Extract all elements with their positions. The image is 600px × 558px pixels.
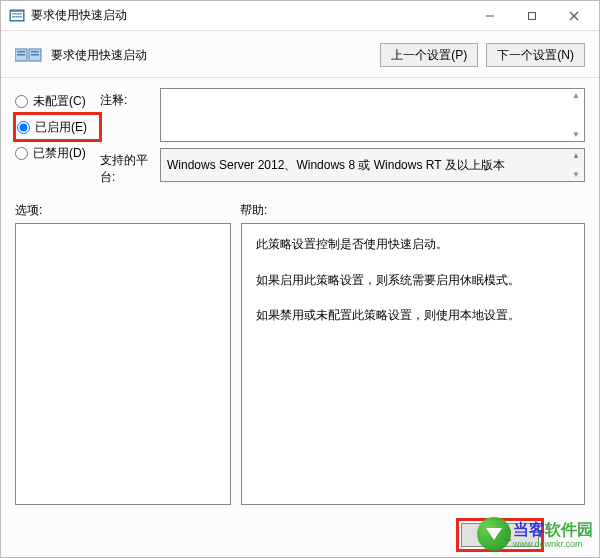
- svg-rect-10: [17, 54, 25, 56]
- comment-textarea[interactable]: [160, 88, 585, 142]
- radio-not-configured-label: 未配置(C): [33, 93, 86, 110]
- close-button[interactable]: [553, 2, 595, 30]
- minimize-button[interactable]: [469, 2, 511, 30]
- svg-rect-13: [31, 54, 39, 56]
- next-setting-button[interactable]: 下一个设置(N): [486, 43, 585, 67]
- radio-disabled[interactable]: 已禁用(D): [15, 140, 100, 166]
- svg-rect-12: [31, 51, 39, 53]
- maximize-button[interactable]: [511, 2, 553, 30]
- previous-setting-button[interactable]: 上一个设置(P): [380, 43, 478, 67]
- help-section-label: 帮助:: [240, 202, 585, 219]
- titlebar: 要求使用快速启动: [1, 1, 599, 31]
- svg-rect-3: [12, 16, 22, 18]
- policy-header: 要求使用快速启动 上一个设置(P) 下一个设置(N): [1, 31, 599, 78]
- supported-platform-text: Windows Server 2012、Windows 8 或 Windows …: [167, 157, 505, 174]
- options-section-label: 选项:: [15, 202, 240, 219]
- radio-not-configured-input[interactable]: [15, 95, 28, 108]
- window-title: 要求使用快速启动: [31, 7, 469, 24]
- policy-icon: [15, 46, 43, 64]
- help-text-1: 此策略设置控制是否使用快速启动。: [256, 234, 570, 256]
- platform-label: 支持的平台:: [100, 148, 160, 186]
- radio-enabled-input[interactable]: [17, 121, 30, 134]
- ok-button[interactable]: 确定: [461, 523, 539, 547]
- svg-rect-9: [17, 51, 25, 53]
- state-radio-group: 未配置(C) 已启用(E) 已禁用(D): [15, 88, 100, 192]
- radio-not-configured[interactable]: 未配置(C): [15, 88, 100, 114]
- radio-enabled[interactable]: 已启用(E): [15, 114, 100, 140]
- radio-disabled-input[interactable]: [15, 147, 28, 160]
- platform-scroll-hint: ▲▼: [568, 149, 584, 181]
- help-text-2: 如果启用此策略设置，则系统需要启用休眠模式。: [256, 270, 570, 292]
- svg-rect-5: [529, 12, 536, 19]
- window-icon: [9, 8, 25, 24]
- policy-title: 要求使用快速启动: [51, 47, 372, 64]
- svg-rect-2: [12, 13, 22, 15]
- radio-enabled-label: 已启用(E): [35, 119, 87, 136]
- options-panel: [15, 223, 231, 505]
- dialog-footer: 确定: [461, 523, 539, 547]
- supported-platform-box: Windows Server 2012、Windows 8 或 Windows …: [160, 148, 585, 182]
- help-panel: 此策略设置控制是否使用快速启动。 如果启用此策略设置，则系统需要启用休眠模式。 …: [241, 223, 585, 505]
- radio-disabled-label: 已禁用(D): [33, 145, 86, 162]
- comment-label: 注释:: [100, 88, 160, 142]
- config-area: 未配置(C) 已启用(E) 已禁用(D) 注释: ▲▼ 支持的平台: Windo…: [1, 78, 599, 194]
- help-text-3: 如果禁用或未配置此策略设置，则使用本地设置。: [256, 305, 570, 327]
